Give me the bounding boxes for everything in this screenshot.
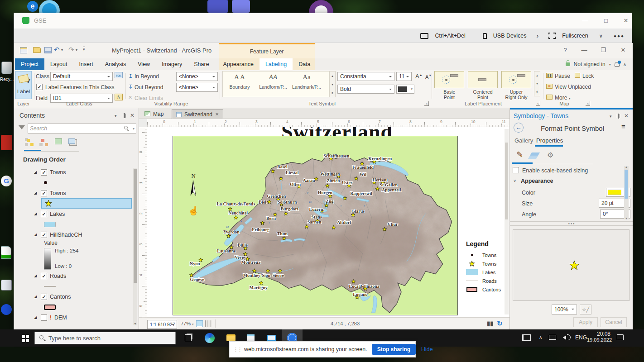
layer-item-towns[interactable]: ◢✓Towns <box>34 188 133 198</box>
layer-checkbox[interactable]: ✓ <box>41 211 47 217</box>
refresh-icon[interactable]: ↻ <box>497 319 503 328</box>
view-selection-icon[interactable] <box>55 138 62 144</box>
tab-switzerland[interactable]: Switzerland ✕ <box>172 109 223 119</box>
symbol-row-road[interactable] <box>44 281 133 291</box>
symbol-row-star[interactable] <box>41 198 132 209</box>
map-dialog-launcher[interactable]: ↘ <box>586 101 590 106</box>
scale-combo[interactable]: 1:1 610 927 <box>147 320 177 329</box>
layer-checkbox[interactable]: ✓ <box>41 232 47 238</box>
open-project-icon[interactable] <box>33 47 41 53</box>
tab-close-icon[interactable]: ✕ <box>215 112 219 117</box>
desktop-icon-google[interactable]: G <box>1 176 12 186</box>
tab-imagery[interactable]: Imagery <box>156 58 188 70</box>
fullscreen-button[interactable]: Fullscreen <box>562 33 588 39</box>
contents-scrollbar-down[interactable]: ▼ <box>134 322 137 325</box>
layer-item-hillshadech[interactable]: ◢✓HillShadeCH <box>34 229 133 240</box>
placement-dialog-launcher[interactable]: ↘ <box>536 101 540 106</box>
text-color-combo[interactable]: ▾ <box>396 85 414 94</box>
tab-labeling[interactable]: Labeling <box>260 58 293 70</box>
text-symbol-dialog-launcher[interactable]: ↘ <box>424 101 429 106</box>
tab-analysis[interactable]: Analysis <box>99 58 132 70</box>
gse-close-button[interactable]: ✕ <box>620 17 632 24</box>
stop-sharing-button[interactable]: Stop sharing <box>372 344 416 355</box>
symbology-close-icon[interactable]: ✕ <box>624 113 629 119</box>
tab-properties[interactable]: Properties <box>536 137 563 144</box>
tab-data[interactable]: Data <box>293 58 316 70</box>
symbology-menu-icon[interactable]: ▾ <box>610 114 612 119</box>
map-frame[interactable]: 184491525723 SchaffhausenKreuzlingenFrau… <box>173 136 458 315</box>
redo-button[interactable]: ↷ <box>68 46 74 54</box>
contents-search-input[interactable] <box>30 124 120 133</box>
pin-icon[interactable] <box>124 113 125 118</box>
wrench-icon[interactable]: ⚙ <box>547 151 553 159</box>
recycle-bin-icon[interactable] <box>1 62 12 74</box>
arcgis-close-button[interactable]: ✕ <box>617 47 629 53</box>
expander-icon[interactable]: ◢ <box>34 212 38 216</box>
widgets-icon[interactable] <box>522 334 531 341</box>
mail-icon[interactable] <box>267 335 276 341</box>
language-indicator[interactable]: ENG <box>575 334 587 341</box>
hamburger-menu-icon[interactable]: ≡ <box>621 123 625 130</box>
toolbar-dropdown-icon[interactable]: ∨ <box>595 33 607 39</box>
desktop-icon-red[interactable] <box>1 135 12 150</box>
in-beyond-label[interactable]: In Beyond <box>135 73 159 80</box>
collapse-ribbon-icon[interactable]: ∧ <box>623 62 626 67</box>
desktop-icon-blue[interactable] <box>1 304 12 315</box>
view-drawing-order-icon[interactable] <box>27 139 30 142</box>
save-as-icon[interactable] <box>44 47 52 53</box>
clock[interactable]: 20:08 19.09.2022 <box>587 331 610 343</box>
signin-status[interactable]: Not signed in <box>574 61 606 67</box>
action-center-icon[interactable] <box>617 334 624 340</box>
symbology-pin-icon[interactable] <box>618 114 619 119</box>
network-icon[interactable] <box>549 335 556 340</box>
undo-button[interactable]: ↶ <box>54 46 60 54</box>
lock-labels-button[interactable]: Lock <box>582 73 594 79</box>
pause-labeling-button[interactable]: Pause <box>555 73 570 79</box>
font-size-combo[interactable]: 11 <box>396 72 412 81</box>
layer-checkbox[interactable]: ✓ <box>41 273 47 279</box>
text-style-landformp[interactable]: AALandform/P... <box>256 71 290 97</box>
map-legend[interactable]: Legend TownsTownsLakesRoadsCantons <box>466 240 509 294</box>
placement-option-basic-point[interactable] <box>434 71 464 88</box>
layer-checkbox[interactable]: ✓ <box>41 294 47 300</box>
appearance-chevron-icon[interactable]: ˅ <box>514 179 516 183</box>
contents-menu-icon[interactable]: ▾ <box>115 114 117 118</box>
canvas-scrollbar[interactable] <box>505 129 509 314</box>
text-symbol-gallery-scroll[interactable]: ▴▾⇟ <box>329 71 336 97</box>
tab-layout[interactable]: Layout <box>44 58 73 70</box>
layer-item-cantons[interactable]: ◢✓Cantons <box>34 291 133 302</box>
text-style-landmarkp[interactable]: AaLandmark/P... <box>290 71 323 97</box>
toolbar-more-icon[interactable]: ●●● <box>614 33 625 38</box>
tab-share[interactable]: Share <box>188 58 215 70</box>
font-combo[interactable]: Constantia <box>337 72 394 81</box>
view-unplaced-button[interactable]: View Unplaced <box>555 84 591 90</box>
preview-zoom-combo[interactable]: 100% <box>552 305 577 314</box>
scale-sizing-checkbox[interactable] <box>513 167 519 173</box>
out-beyond-combo[interactable]: <None> <box>176 83 218 92</box>
taskbar-search-input[interactable] <box>48 333 171 343</box>
edge-desktop-icon[interactable]: e <box>27 1 38 12</box>
tab-appearance[interactable]: Appearance <box>217 58 259 70</box>
filter-funnel-icon[interactable] <box>19 125 25 133</box>
symbol-row-dot[interactable] <box>44 177 133 188</box>
clear-limits-button[interactable]: Clear Limits <box>135 95 163 101</box>
tab-gallery[interactable]: Gallery <box>514 137 533 144</box>
preview-toggle-button[interactable]: ☆╱ <box>580 305 591 314</box>
grid-snap-icon[interactable] <box>196 320 203 327</box>
desktop-icon-libreoffice[interactable] <box>1 246 11 259</box>
task-view-icon[interactable] <box>185 334 192 341</box>
placement-gallery-scroll[interactable]: ▴▾⇟ <box>534 71 540 96</box>
symbology-scrollbar-thumb[interactable] <box>625 170 628 199</box>
contents-scrollbar-thumb[interactable] <box>134 169 137 283</box>
arcgis-restore-button[interactable]: ❐ <box>597 47 609 53</box>
ctrl-alt-del-button[interactable]: Ctrl+Alt+Del <box>435 33 465 39</box>
search-dropdown-icon[interactable]: ▾ <box>133 127 135 131</box>
store-icon[interactable] <box>247 334 255 341</box>
contents-scrollbar[interactable]: ▼ <box>133 168 137 325</box>
hide-link[interactable]: Hide <box>421 346 433 352</box>
qat-customize-button[interactable]: ▾ <box>83 47 85 52</box>
grid-icon[interactable] <box>205 320 212 327</box>
chevron-right-icon[interactable]: › <box>533 32 542 39</box>
expander-icon[interactable]: ◢ <box>34 274 38 278</box>
out-beyond-label[interactable]: Out Beyond <box>135 84 163 90</box>
